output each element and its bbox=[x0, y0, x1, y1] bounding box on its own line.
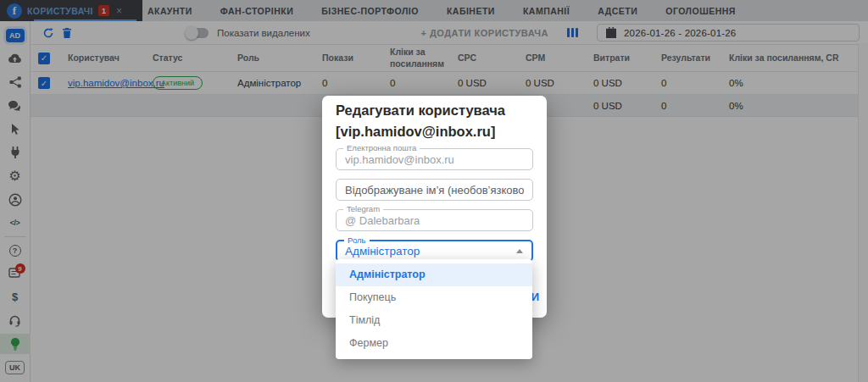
dialog-title: Редагувати користувача [vip.hamidov@inbo… bbox=[336, 100, 533, 142]
telegram-input[interactable] bbox=[337, 214, 532, 227]
option-buyer[interactable]: Покупець bbox=[336, 286, 532, 309]
email-field-label: Електронна пошта bbox=[343, 143, 420, 152]
option-teamlead[interactable]: Тімлід bbox=[336, 309, 532, 332]
option-administrator[interactable]: Адміністратор bbox=[336, 263, 532, 286]
display-name-input[interactable] bbox=[337, 184, 532, 197]
display-name-field bbox=[336, 179, 533, 201]
telegram-field-label: Telegram bbox=[343, 204, 383, 213]
email-field: Електронна пошта bbox=[336, 148, 533, 170]
chevron-up-icon bbox=[516, 249, 523, 253]
email-input[interactable] bbox=[337, 153, 532, 166]
role-dropdown-menu: Адміністратор Покупець Тімлід Фермер bbox=[336, 259, 532, 359]
option-farmer[interactable]: Фермер bbox=[336, 332, 532, 355]
app-window: f КОРИСТУВАЧІ 1 × АКАУНТИ ФАН-СТОРІНКИ Б… bbox=[0, 0, 868, 382]
role-select-value: Адміністратор bbox=[337, 245, 516, 257]
role-select-label: Роль bbox=[344, 235, 370, 245]
telegram-field: Telegram bbox=[336, 209, 533, 231]
save-button-partially-hidden[interactable]: И bbox=[531, 291, 539, 303]
